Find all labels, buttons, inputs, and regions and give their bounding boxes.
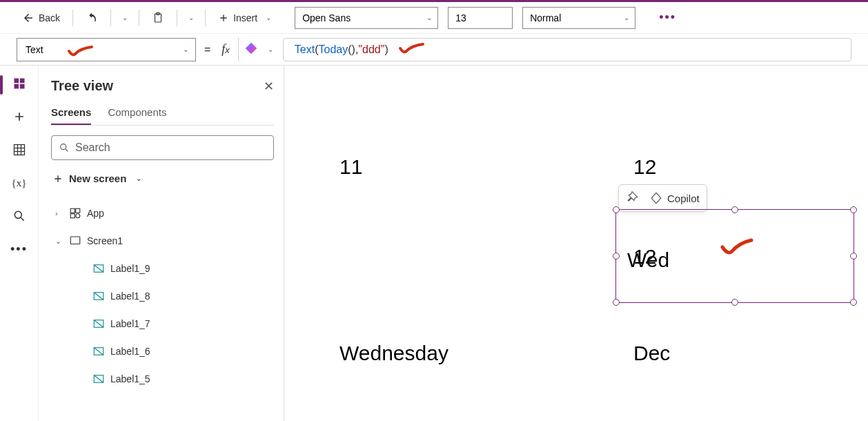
chevron-down-icon: ⌄ bbox=[624, 14, 629, 21]
copilot-icon bbox=[649, 191, 663, 205]
search-rail-icon[interactable] bbox=[12, 209, 26, 223]
chevron-down-icon: ⌄ bbox=[262, 14, 275, 21]
fx-icon: fx bbox=[219, 42, 233, 57]
canvas-label[interactable]: Wednesday bbox=[339, 342, 448, 365]
equals-sign: = bbox=[201, 43, 213, 56]
svg-point-14 bbox=[76, 214, 80, 218]
separator bbox=[139, 10, 139, 26]
paste-chevron[interactable]: ⌄ bbox=[184, 14, 198, 21]
design-canvas[interactable]: 11 12 Copilot Wed 12 Wednesday Dec bbox=[284, 66, 868, 421]
more-rail-icon[interactable]: ••• bbox=[12, 242, 26, 256]
svg-line-21 bbox=[94, 320, 103, 328]
treeview-panel: Tree view ✕ Screens Components Search Ne… bbox=[39, 66, 284, 421]
svg-line-25 bbox=[94, 375, 103, 383]
svg-rect-11 bbox=[70, 208, 75, 213]
canvas-label[interactable]: 12 bbox=[633, 245, 656, 268]
insert-rail-icon[interactable] bbox=[12, 110, 26, 124]
back-button[interactable]: Back bbox=[17, 9, 66, 27]
data-rail-icon[interactable] bbox=[12, 143, 26, 157]
new-screen-button[interactable]: New screen ⌄ bbox=[51, 170, 274, 187]
undo-button[interactable] bbox=[80, 9, 103, 27]
close-icon[interactable]: ✕ bbox=[264, 79, 274, 94]
svg-rect-13 bbox=[70, 214, 75, 218]
search-icon bbox=[59, 142, 70, 153]
svg-point-9 bbox=[61, 144, 66, 150]
svg-point-7 bbox=[14, 211, 21, 218]
resize-handle[interactable] bbox=[613, 299, 620, 306]
treeview-rail-icon[interactable] bbox=[12, 77, 26, 90]
rail-active-indicator bbox=[0, 75, 3, 95]
canvas-label[interactable]: 12 bbox=[633, 155, 656, 179]
canvas-label[interactable]: Dec bbox=[633, 342, 670, 365]
tree-node-label[interactable]: Label1_5 bbox=[51, 365, 274, 393]
fx-chevron[interactable]: ⌄ bbox=[264, 46, 277, 53]
formula-fn: Text bbox=[295, 43, 315, 56]
pin-icon[interactable] bbox=[626, 191, 640, 205]
separator bbox=[177, 10, 177, 26]
copilot-label: Copilot bbox=[667, 193, 700, 204]
more-button[interactable]: ••• bbox=[659, 10, 676, 25]
copilot-fx-icon[interactable] bbox=[244, 41, 258, 58]
fontsize-select[interactable]: 13 bbox=[448, 7, 513, 29]
tab-components[interactable]: Components bbox=[108, 106, 166, 125]
chevron-down-icon: ⌄ bbox=[55, 237, 63, 246]
app-icon bbox=[69, 207, 81, 219]
tree-node-label[interactable]: Label1_9 bbox=[51, 255, 274, 282]
resize-handle[interactable] bbox=[613, 253, 620, 260]
resize-handle[interactable] bbox=[613, 206, 620, 213]
resize-handle[interactable] bbox=[731, 206, 738, 213]
resize-handle[interactable] bbox=[850, 206, 857, 213]
label-icon bbox=[92, 262, 105, 275]
tree-label: Screen1 bbox=[87, 235, 123, 246]
tree-node-app[interactable]: › App bbox=[51, 199, 274, 227]
new-screen-label: New screen bbox=[69, 173, 126, 184]
chevron-right-icon: › bbox=[55, 209, 63, 217]
resize-handle[interactable] bbox=[850, 299, 857, 306]
plus-icon bbox=[218, 12, 229, 23]
svg-line-23 bbox=[94, 348, 103, 355]
label-icon bbox=[92, 290, 105, 302]
tab-screens[interactable]: Screens bbox=[51, 106, 91, 125]
paste-button[interactable] bbox=[146, 9, 170, 27]
arrow-left-icon bbox=[22, 12, 34, 24]
font-select[interactable]: Open Sans ⌄ bbox=[295, 7, 438, 29]
chevron-down-icon: ⌄ bbox=[132, 175, 146, 182]
font-value: Open Sans bbox=[302, 12, 351, 23]
annotation-check-icon bbox=[398, 41, 426, 55]
fontweight-select[interactable]: Normal ⌄ bbox=[522, 7, 635, 29]
tree-label: Label1_7 bbox=[110, 318, 150, 329]
insert-button[interactable]: Insert ⌄ bbox=[213, 10, 281, 26]
tree-label: Label1_5 bbox=[110, 373, 150, 384]
annotation-check-icon bbox=[720, 237, 754, 258]
search-input[interactable]: Search bbox=[51, 135, 274, 160]
svg-rect-15 bbox=[70, 237, 80, 244]
tree-node-label[interactable]: Label1_7 bbox=[51, 310, 274, 337]
formula-inner: Today bbox=[319, 43, 348, 56]
canvas-label[interactable]: 11 bbox=[339, 155, 362, 179]
tree-node-screen[interactable]: ⌄ Screen1 bbox=[51, 227, 274, 255]
property-select[interactable]: Text ⌄ bbox=[17, 38, 196, 61]
undo-chevron[interactable]: ⌄ bbox=[118, 14, 132, 21]
left-rail: {x} ••• bbox=[0, 66, 39, 421]
mini-toolbar: Copilot bbox=[618, 184, 707, 212]
tree-node-label[interactable]: Label1_6 bbox=[51, 337, 274, 365]
annotation-check-icon bbox=[67, 44, 95, 58]
chevron-down-icon: ⌄ bbox=[183, 46, 188, 53]
resize-handle[interactable] bbox=[731, 299, 738, 306]
clipboard-icon bbox=[152, 12, 164, 24]
label-icon bbox=[92, 345, 105, 358]
formula-input[interactable]: Text(Today(),"ddd") bbox=[283, 38, 851, 61]
tree-node-label[interactable]: Label1_8 bbox=[51, 282, 274, 310]
tree-label: Label1_6 bbox=[110, 346, 150, 357]
copilot-button[interactable]: Copilot bbox=[649, 191, 700, 205]
svg-line-8 bbox=[21, 218, 23, 221]
treeview-title: Tree view bbox=[51, 78, 113, 94]
separator bbox=[110, 10, 111, 26]
svg-line-17 bbox=[94, 265, 103, 273]
svg-rect-12 bbox=[76, 208, 80, 213]
formula-str: "ddd" bbox=[358, 43, 384, 56]
separator bbox=[205, 10, 206, 26]
label-icon bbox=[92, 317, 105, 330]
variables-rail-icon[interactable]: {x} bbox=[12, 176, 26, 190]
resize-handle[interactable] bbox=[850, 253, 857, 260]
